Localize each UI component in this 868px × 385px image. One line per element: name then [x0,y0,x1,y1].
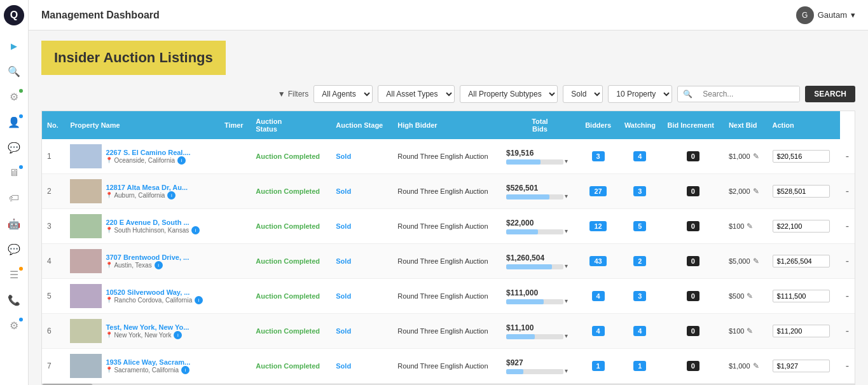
expand-icon[interactable]: ▾ [565,262,568,269]
expand-icon[interactable]: ▾ [565,332,568,339]
property-cell: 12817 Alta Mesa Dr, Au... 📍 Auburn, Cali… [65,174,219,209]
list-icon[interactable]: ☰ [3,263,25,286]
col-total-bids: TotalBids [501,111,579,139]
property-name-link[interactable]: 3707 Brentwood Drive, ... [106,253,189,261]
chat-icon[interactable]: 💬 [3,136,25,159]
location-pin-icon: 📍 [106,367,113,373]
comment-icon[interactable]: 💬 [3,238,25,260]
info-icon[interactable]: i [191,226,200,234]
next-bid-cell [768,139,840,174]
watching-cell: 0 [663,244,724,279]
user-menu[interactable]: G Gautam ▾ [796,6,855,24]
tag-icon[interactable]: 🏷 [3,187,25,210]
property-name-link[interactable]: 10520 Silverwood Way, ... [106,288,203,296]
filter-button[interactable]: ▼ Filters [278,90,309,98]
phone-icon[interactable]: 📞 [3,288,25,311]
info-icon[interactable]: i [177,156,186,165]
status-sold-cell: Sold [331,139,392,174]
expand-icon[interactable]: ▾ [565,227,568,234]
sidebar-logo[interactable]: Q [4,5,24,25]
total-bids-badge: 3 [592,151,605,161]
info-icon[interactable]: i [174,331,182,339]
action-cell: - [840,209,855,244]
sidebar: Q ▶ 🔍 ⚙ 👤 💬 🖥 🏷 🤖 💬 ☰ 📞 ⚙ [0,0,29,385]
auction-status-cell: Auction Completed [251,314,331,349]
high-bidder-cell: $111,000 ▾ [501,279,579,314]
col-property-name: Property Name [65,111,219,139]
expand-icon[interactable]: ▾ [565,158,568,165]
watching-cell: 0 [663,139,724,174]
search-input[interactable] [698,86,799,102]
agents-filter[interactable]: All Agents [313,85,373,103]
info-icon[interactable]: i [167,191,176,199]
auction-stage-cell: Round Three English Auction [392,279,501,314]
monitor-icon[interactable]: 🖥 [3,161,25,184]
next-bid-input[interactable] [773,290,830,302]
next-bid-input[interactable] [773,150,830,163]
info-icon[interactable]: i [181,366,189,374]
robot-icon[interactable]: 🤖 [3,212,25,235]
chevron-down-icon: ▾ [851,10,855,20]
action-dash[interactable]: - [846,220,849,231]
action-dash[interactable]: - [846,360,849,371]
timer-cell [219,174,251,209]
property-cell: 1935 Alice Way, Sacram... 📍 Sacramento, … [65,349,219,384]
action-dash[interactable]: - [846,186,849,196]
property-name-link[interactable]: Test, New York, New Yo... [106,323,189,331]
status-filter[interactable]: Sold [563,85,603,103]
status-sold-cell: Sold [331,349,392,384]
asset-types-filter[interactable]: All Asset Types [378,85,455,103]
info-icon[interactable]: i [195,296,203,304]
expand-icon[interactable]: ▾ [565,297,568,304]
property-name-link[interactable]: 220 E Avenue D, South ... [106,219,200,226]
table-row: 1 2267 S. El Camino Real.... 📍 Oceanside… [42,139,855,174]
edit-icon[interactable]: ✎ [753,257,759,266]
gear2-icon[interactable]: ⚙ [3,314,25,337]
property-cell: 10520 Silverwood Way, ... 📍 Rancho Cordo… [65,279,219,314]
next-bid-input[interactable] [773,325,830,337]
users-icon[interactable]: 👤 [3,111,25,133]
next-bid-input[interactable] [773,255,830,267]
edit-icon[interactable]: ✎ [747,222,753,231]
action-dash[interactable]: - [846,151,849,161]
watching-cell: 0 [663,209,724,244]
col-timer: Timer [219,111,251,139]
edit-icon[interactable]: ✎ [753,152,759,161]
action-dash[interactable]: - [846,290,849,301]
bidders-cell: 1 [617,349,662,384]
action-dash[interactable]: - [846,255,849,266]
expand-icon[interactable]: ▾ [565,192,568,199]
edit-icon[interactable]: ✎ [753,187,759,196]
edit-icon[interactable]: ✎ [747,292,753,301]
bidders-cell: 2 [617,244,662,279]
next-bid-cell [768,279,840,314]
collapse-icon[interactable]: ▶ [3,34,25,57]
next-bid-input[interactable] [773,360,830,372]
property-name-link[interactable]: 12817 Alta Mesa Dr, Au... [106,184,188,191]
auction-status-cell: Auction Completed [251,244,331,279]
edit-icon[interactable]: ✎ [753,361,759,370]
edit-icon[interactable]: ✎ [747,327,753,335]
count-filter[interactable]: 10 Property [608,85,672,103]
high-bidder-amount: $22,000 [506,219,574,227]
settings-icon[interactable]: ⚙ [3,85,25,108]
table-row: 5 10520 Silverwood Way, ... 📍 Rancho Cor… [42,279,855,314]
col-auction-stage: Auction Stage [331,111,392,139]
watching-badge: 0 [687,221,699,231]
property-subtypes-filter[interactable]: All Property Subtypes [460,85,558,103]
search-button[interactable]: SEARCH [805,86,855,102]
expand-icon[interactable]: ▾ [565,367,568,374]
info-icon[interactable]: i [155,261,163,269]
action-cell: - [840,139,855,174]
auction-status-cell: Auction Completed [251,174,331,209]
property-cell: 220 E Avenue D, South ... 📍 South Hutchi… [65,209,219,244]
next-bid-input[interactable] [773,185,830,198]
property-name-link[interactable]: 2267 S. El Camino Real.... [106,149,190,156]
property-name-link[interactable]: 1935 Alice Way, Sacram... [106,358,190,366]
watching-cell: 0 [663,279,724,314]
high-bidder-cell: $19,516 ▾ [501,139,579,174]
search-nav-icon[interactable]: 🔍 [3,60,25,83]
toolbar: ▼ Filters All Agents All Asset Types All… [41,85,855,103]
action-dash[interactable]: - [846,325,849,336]
next-bid-input[interactable] [773,220,830,233]
